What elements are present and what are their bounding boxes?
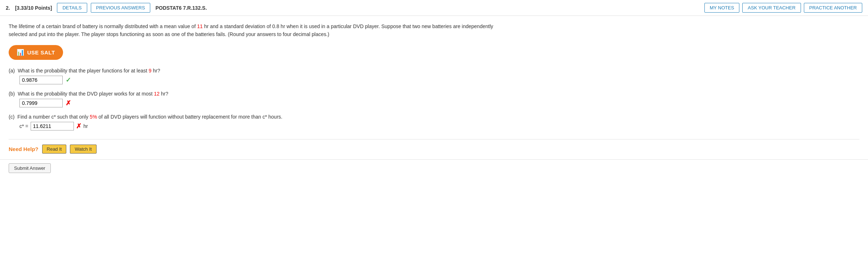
main-content: The lifetime of a certain brand of batte… <box>0 16 868 159</box>
part-b-cross-icon: ✗ <box>66 99 71 107</box>
points-label: [3.33/10 Points] <box>15 5 52 11</box>
part-c-answer-row: c* = ✗ hr <box>19 122 859 130</box>
part-b: (b)What is the probability that the DVD … <box>9 91 859 107</box>
use-salt-label: USE SALT <box>27 49 55 56</box>
part-a-input[interactable] <box>19 76 63 84</box>
watch-it-button[interactable]: Watch It <box>70 145 96 154</box>
part-a-letter: (a) <box>9 68 15 74</box>
top-bar: 2. [3.33/10 Points] DETAILS PREVIOUS ANS… <box>0 0 868 16</box>
read-it-button[interactable]: Read It <box>42 145 67 154</box>
right-buttons: MY NOTES ASK YOUR TEACHER PRACTICE ANOTH… <box>704 3 862 13</box>
part-b-letter: (b) <box>9 91 15 97</box>
part-c-cross-icon: ✗ <box>76 122 81 130</box>
part-a-label: (a)What is the probability that the play… <box>9 68 859 74</box>
mean-value: 11 <box>197 23 203 29</box>
part-c-question-after-percent: of all DVD players will function without… <box>97 114 282 120</box>
part-b-input[interactable] <box>19 99 63 107</box>
my-notes-button[interactable]: MY NOTES <box>704 3 740 13</box>
part-c-question-text: Find a number c* such that only <box>17 114 90 120</box>
practice-another-button[interactable]: PRACTICE ANOTHER <box>804 3 862 13</box>
course-code: PODSTAT6 7.R.132.S. <box>155 5 207 11</box>
problem-text: The lifetime of a certain brand of batte… <box>9 22 495 39</box>
question-number: 2. <box>6 5 10 11</box>
use-salt-button[interactable]: 📊 USE SALT <box>9 45 63 60</box>
part-c-percent: 5% <box>90 114 97 120</box>
part-b-answer-row: ✗ <box>19 99 859 107</box>
part-b-question-after: hr? <box>160 91 168 97</box>
part-c-suffix: hr <box>84 123 88 129</box>
part-c: (c)Find a number c* such that only 5% of… <box>9 114 859 130</box>
previous-answers-button[interactable]: PREVIOUS ANSWERS <box>91 3 151 13</box>
ask-teacher-button[interactable]: ASK YOUR TEACHER <box>742 3 801 13</box>
part-b-label: (b)What is the probability that the DVD … <box>9 91 859 97</box>
need-help-section: Need Help? Read It Watch It <box>9 139 859 154</box>
salt-icon: 📊 <box>17 49 25 56</box>
part-a-answer-row: ✓ <box>19 76 859 84</box>
part-a: (a)What is the probability that the play… <box>9 68 859 84</box>
problem-text-before-mean: The lifetime of a certain brand of batte… <box>9 23 197 29</box>
part-a-question-before: What is the probability that the player … <box>18 68 148 74</box>
part-b-question-before: What is the probability that the DVD pla… <box>18 91 154 97</box>
part-c-input[interactable] <box>31 122 74 130</box>
submit-section: Submit Answer <box>0 159 868 179</box>
part-b-num: 12 <box>154 91 160 97</box>
submit-answer-button[interactable]: Submit Answer <box>9 163 51 173</box>
part-c-label: (c)Find a number c* such that only 5% of… <box>9 114 859 120</box>
part-a-question-after: hr? <box>151 68 160 74</box>
details-button[interactable]: DETAILS <box>57 3 87 13</box>
part-c-prefix: c* = <box>19 123 28 129</box>
part-a-check-icon: ✓ <box>66 76 71 84</box>
need-help-label: Need Help? <box>9 146 39 152</box>
part-c-letter: (c) <box>9 114 14 120</box>
